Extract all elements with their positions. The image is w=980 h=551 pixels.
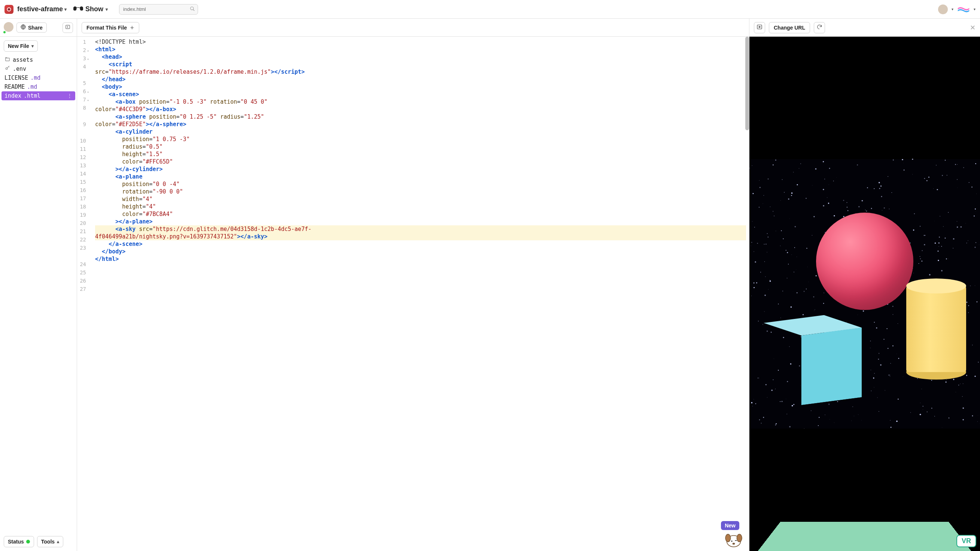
- status-dot-icon: [26, 540, 30, 543]
- file-search-wrap: [115, 4, 198, 14]
- scrollbar[interactable]: [745, 37, 749, 130]
- main-area: Share New File ▾ assets.envLICENSE.mdREA…: [0, 19, 980, 551]
- code-line[interactable]: </html>: [95, 255, 746, 263]
- status-button[interactable]: Status: [4, 536, 34, 547]
- code-line[interactable]: width="4": [95, 195, 746, 203]
- code-line[interactable]: <html>: [95, 46, 746, 53]
- file-item-indexhtml[interactable]: index.html⋮: [2, 91, 75, 100]
- file-item-assets[interactable]: assets: [2, 56, 75, 64]
- left-bottom-bar: Status Tools ▴: [0, 532, 77, 551]
- file-item-env[interactable]: .env: [2, 64, 75, 73]
- code-line[interactable]: color="#7BC8A4": [95, 210, 746, 218]
- collapse-left-icon: [65, 24, 70, 31]
- scene-cylinder: [906, 279, 966, 379]
- scene-box: [782, 322, 843, 399]
- left-sidebar: Share New File ▾ assets.envLICENSE.mdREA…: [0, 19, 77, 551]
- vr-button[interactable]: VR: [956, 535, 976, 547]
- chevron-up-icon: ▴: [57, 539, 59, 544]
- status-label: Status: [8, 539, 24, 545]
- presence-dot-icon: [3, 31, 6, 34]
- file-item-READMEmd[interactable]: README.md: [2, 82, 75, 91]
- code-line[interactable]: </a-scene>: [95, 240, 746, 248]
- close-preview-button[interactable]: ✕: [970, 24, 975, 32]
- new-file-label: New File: [8, 43, 29, 49]
- sparkle-icon: ✦: [130, 25, 134, 31]
- code-line[interactable]: ></a-cylinder>: [95, 166, 746, 173]
- code-line[interactable]: position="0 0 -4": [95, 180, 746, 188]
- sunglasses-icon: [73, 5, 83, 13]
- refresh-preview-button[interactable]: [814, 22, 825, 33]
- code-line[interactable]: </body>: [95, 248, 746, 255]
- svg-rect-6: [6, 58, 10, 61]
- play-window-icon: [757, 24, 762, 31]
- chevron-down-icon: ▾: [105, 7, 108, 12]
- code-line[interactable]: <body>: [95, 83, 746, 91]
- chevron-down-icon[interactable]: ▾: [951, 7, 953, 11]
- scene-plane: [749, 522, 980, 551]
- code-line[interactable]: <head>: [95, 53, 746, 61]
- file-search-input[interactable]: [119, 4, 198, 14]
- svg-point-9: [725, 534, 731, 541]
- project-name-dropdown[interactable]: festive-aframe ▾: [17, 5, 67, 13]
- code-line[interactable]: 4f046499a21b/nightsky.png?v=163973743715…: [95, 233, 746, 240]
- share-label: Share: [28, 25, 43, 31]
- header-right: ▾ ▾: [938, 5, 975, 14]
- key-icon: [5, 65, 11, 72]
- code-line[interactable]: height="4": [95, 203, 746, 210]
- file-name: .env: [13, 65, 26, 72]
- file-item-LICENSEmd[interactable]: LICENSE.md: [2, 73, 75, 82]
- show-label: Show: [85, 5, 103, 13]
- svg-point-1: [8, 9, 10, 10]
- chevron-down-icon: ▾: [32, 43, 34, 49]
- code-line[interactable]: height="1.5": [95, 150, 746, 158]
- scene-sphere: [816, 213, 913, 310]
- search-icon[interactable]: [190, 6, 195, 12]
- code-line[interactable]: position="1 0.75 -3": [95, 135, 746, 143]
- chevron-down-icon[interactable]: ▾: [974, 7, 975, 11]
- svg-rect-5: [66, 25, 70, 29]
- glitch-help-icon[interactable]: [724, 529, 744, 549]
- share-button[interactable]: Share: [16, 22, 47, 33]
- open-preview-button[interactable]: [754, 22, 765, 33]
- format-file-button[interactable]: Format This File ✦: [82, 22, 139, 33]
- tools-button[interactable]: Tools ▴: [37, 536, 63, 547]
- editor-column: Format This File ✦ 1 2 ▾3 ▾4 5 6 ▾7 ▾8 9…: [77, 19, 749, 551]
- glitch-logo[interactable]: [957, 5, 970, 13]
- code-line[interactable]: <a-cylinder: [95, 128, 746, 135]
- code-line[interactable]: <!DOCTYPE html>: [95, 38, 746, 46]
- file-name: index: [5, 92, 21, 99]
- change-url-button[interactable]: Change URL: [769, 22, 810, 33]
- code-line[interactable]: </head>: [95, 76, 746, 83]
- code-line[interactable]: <a-sphere position="0 1.25 -5" radius="1…: [95, 113, 746, 121]
- preview-frame[interactable]: VR: [749, 37, 980, 551]
- code-line[interactable]: <a-box position="-1 0.5 -3" rotation="0 …: [95, 98, 746, 105]
- code-line[interactable]: ></a-plane>: [95, 218, 746, 225]
- code-line[interactable]: <a-plane: [95, 173, 746, 180]
- code-line[interactable]: <a-sky src="https://cdn.glitch.me/04d315…: [95, 225, 746, 233]
- svg-line-3: [193, 10, 195, 11]
- svg-point-10: [737, 534, 742, 541]
- file-menu-icon[interactable]: ⋮: [67, 93, 72, 99]
- editor-area[interactable]: 1 2 ▾3 ▾4 5 6 ▾7 ▾8 9 10 11 12 13 14 15 …: [77, 37, 749, 551]
- show-dropdown[interactable]: Show ▾: [73, 5, 108, 13]
- code-line[interactable]: color="#EF2D5E"></a-sphere>: [95, 121, 746, 128]
- presence-avatar[interactable]: [4, 22, 13, 33]
- left-top-bar: Share: [0, 19, 77, 37]
- code-line[interactable]: color="#4CC3D9"></a-box>: [95, 105, 746, 113]
- file-tree[interactable]: assets.envLICENSE.mdREADME.mdindex.html⋮: [0, 56, 77, 532]
- code-line[interactable]: radius="0.5": [95, 143, 746, 150]
- new-file-button[interactable]: New File ▾: [4, 40, 38, 52]
- preview-top-bar: Change URL ✕: [749, 19, 980, 37]
- code-line[interactable]: color="#FFC65D": [95, 158, 746, 166]
- code-editor[interactable]: <!DOCTYPE html><html> <head> <scriptsrc=…: [92, 37, 749, 551]
- svg-point-12: [733, 543, 735, 545]
- code-line[interactable]: [95, 263, 746, 270]
- code-line[interactable]: <a-scene>: [95, 91, 746, 98]
- file-ext: .md: [27, 83, 37, 90]
- svg-point-7: [6, 68, 8, 70]
- code-line[interactable]: rotation="-90 0 0": [95, 188, 746, 195]
- user-avatar[interactable]: [938, 5, 948, 14]
- code-line[interactable]: <script: [95, 61, 746, 68]
- collapse-sidebar-button[interactable]: [62, 22, 73, 33]
- code-line[interactable]: src="https://aframe.io/releases/1.2.0/af…: [95, 68, 746, 76]
